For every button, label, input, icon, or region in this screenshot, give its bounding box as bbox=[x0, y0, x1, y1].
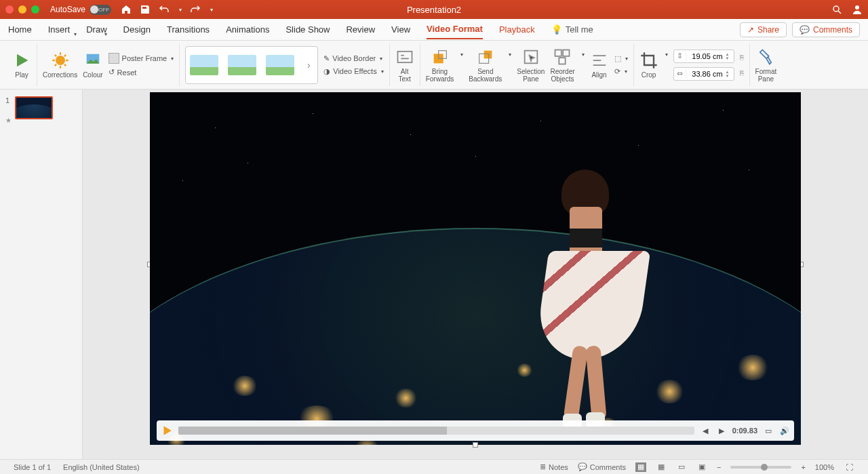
account-icon[interactable] bbox=[852, 4, 863, 15]
style-thumb-1[interactable] bbox=[190, 55, 218, 75]
svg-rect-7 bbox=[484, 50, 492, 58]
zoom-level[interactable]: 100% bbox=[815, 463, 834, 471]
play-button[interactable]: Play bbox=[12, 51, 31, 79]
format-pane-icon bbox=[756, 47, 775, 66]
autosave-toggle[interactable]: AutoSave OFF bbox=[50, 5, 111, 15]
undo-icon[interactable] bbox=[159, 4, 170, 15]
title-bar: AutoSave OFF ▾ ▾ Presentation2 bbox=[0, 0, 868, 19]
toggle-switch[interactable]: OFF bbox=[90, 5, 111, 15]
fit-to-window-icon[interactable]: ⛶ bbox=[844, 462, 854, 472]
volume-icon[interactable]: 🔊 bbox=[779, 425, 790, 436]
comment-icon: 💬 bbox=[800, 25, 810, 35]
rotate-button[interactable]: ⟳▾ bbox=[614, 67, 628, 76]
play-icon bbox=[12, 51, 31, 70]
gallery-more-icon[interactable]: › bbox=[304, 60, 313, 71]
tab-design[interactable]: Design bbox=[123, 20, 151, 39]
share-icon: ↗ bbox=[747, 25, 754, 35]
reset-button[interactable]: ↺ Reset bbox=[108, 68, 174, 77]
slideshow-view-icon[interactable]: ▣ bbox=[696, 462, 707, 472]
tab-home[interactable]: Home bbox=[8, 20, 32, 39]
zoom-slider[interactable] bbox=[730, 466, 791, 469]
height-field[interactable] bbox=[686, 52, 726, 60]
corrections-button[interactable]: Corrections ▾ bbox=[43, 51, 77, 79]
tab-animations[interactable]: Animations bbox=[226, 20, 269, 39]
zoom-out-icon[interactable]: − bbox=[717, 463, 721, 471]
tab-video-format[interactable]: Video Format bbox=[427, 20, 483, 39]
chevron-down-icon[interactable]: ▾ bbox=[582, 52, 585, 58]
video-progress-bar[interactable] bbox=[178, 427, 694, 435]
lock-aspect-icon[interactable]: ⎘ bbox=[740, 54, 744, 61]
home-icon[interactable] bbox=[121, 4, 132, 15]
resize-handle-bottom[interactable] bbox=[473, 442, 478, 448]
video-effects-button[interactable]: ◑ Video Effects ▾ bbox=[323, 67, 383, 76]
reorder-objects-button[interactable]: Reorder Objects bbox=[550, 47, 574, 83]
selection-pane-button[interactable]: Selection Pane bbox=[517, 47, 545, 83]
video-styles-gallery[interactable]: › bbox=[185, 46, 318, 84]
style-thumb-3[interactable] bbox=[266, 55, 294, 75]
tab-slide-show[interactable]: Slide Show bbox=[285, 20, 330, 39]
zoom-in-icon[interactable]: + bbox=[801, 463, 805, 471]
slide-panel[interactable]: 1 ★ bbox=[0, 90, 83, 459]
chevron-down-icon[interactable]: ▾ bbox=[460, 52, 463, 58]
tab-insert[interactable]: Insert bbox=[48, 20, 71, 39]
colour-button[interactable]: Colour ▾ bbox=[83, 51, 102, 79]
crop-button[interactable]: Crop bbox=[639, 51, 658, 79]
search-icon[interactable] bbox=[831, 4, 842, 15]
skip-back-icon[interactable]: ◀ bbox=[700, 425, 711, 436]
selected-video-object[interactable]: ◀ ▶ 0:09.83 ▭ 🔊 bbox=[150, 92, 801, 445]
video-border-button[interactable]: ✎ Video Border ▾ bbox=[323, 54, 383, 63]
bring-forwards-icon bbox=[431, 47, 450, 66]
width-field[interactable] bbox=[686, 70, 726, 78]
corrections-icon bbox=[51, 51, 70, 70]
reading-view-icon[interactable]: ▭ bbox=[676, 462, 687, 472]
spinner-down-icon[interactable]: ▼ bbox=[726, 56, 734, 60]
bring-forwards-button[interactable]: Bring Forwards bbox=[426, 47, 454, 83]
lock-aspect-icon[interactable]: ⎘ bbox=[740, 69, 744, 77]
group-button[interactable]: ⬚▾ bbox=[614, 54, 628, 63]
slide-canvas-area[interactable]: ◀ ▶ 0:09.83 ▭ 🔊 bbox=[83, 90, 868, 459]
chevron-down-icon: ▾ bbox=[380, 56, 382, 62]
svg-point-0 bbox=[833, 6, 839, 12]
slide-thumbnail-1[interactable] bbox=[15, 96, 53, 119]
language-indicator[interactable]: English (United States) bbox=[63, 463, 140, 471]
tab-view[interactable]: View bbox=[391, 20, 410, 39]
share-button[interactable]: ↗ Share bbox=[740, 22, 787, 37]
comments-button[interactable]: 💬 Comments bbox=[792, 22, 860, 37]
tab-review[interactable]: Review bbox=[346, 20, 375, 39]
rotate-icon: ⟳ bbox=[614, 67, 620, 76]
align-button[interactable]: Align bbox=[590, 51, 609, 79]
redo-icon[interactable] bbox=[190, 4, 201, 15]
tab-playback[interactable]: Playback bbox=[499, 20, 535, 39]
maximize-window-icon[interactable] bbox=[31, 5, 39, 14]
chevron-down-icon[interactable]: ▾ bbox=[665, 52, 668, 58]
comments-status-button[interactable]: 💬Comments bbox=[578, 462, 626, 471]
chevron-down-icon: ▾ bbox=[104, 32, 107, 38]
close-window-icon[interactable] bbox=[5, 5, 14, 14]
notes-button[interactable]: ≣Notes bbox=[540, 462, 568, 471]
sorter-view-icon[interactable]: ▦ bbox=[656, 462, 667, 472]
window-controls bbox=[5, 5, 39, 14]
subtitle-icon[interactable]: ▭ bbox=[763, 425, 774, 436]
chevron-down-icon[interactable]: ▾ bbox=[509, 52, 511, 58]
animation-indicator-icon: ★ bbox=[5, 117, 12, 124]
height-input[interactable]: ⇕ ▲▼ bbox=[673, 50, 734, 63]
poster-frame-button[interactable]: Poster Frame ▾ bbox=[108, 53, 174, 64]
video-play-button[interactable] bbox=[161, 424, 173, 437]
person-graphic bbox=[528, 170, 650, 434]
undo-dropdown-icon[interactable]: ▾ bbox=[179, 7, 182, 13]
tab-transitions[interactable]: Transitions bbox=[167, 20, 210, 39]
effects-icon: ◑ bbox=[323, 67, 330, 76]
customize-qat-icon[interactable]: ▾ bbox=[210, 7, 213, 13]
save-icon[interactable] bbox=[140, 4, 151, 15]
format-pane-button[interactable]: Format Pane bbox=[755, 47, 777, 83]
alt-text-button[interactable]: Alt Text bbox=[395, 47, 414, 83]
skip-forward-icon[interactable]: ▶ bbox=[716, 425, 727, 436]
style-thumb-2[interactable] bbox=[228, 55, 256, 75]
tell-me-search[interactable]: 💡 Tell me bbox=[551, 24, 593, 35]
spinner-down-icon[interactable]: ▼ bbox=[726, 74, 734, 78]
width-input[interactable]: ⇔ ▲▼ bbox=[673, 67, 734, 81]
send-backwards-button[interactable]: Send Backwards bbox=[469, 47, 502, 83]
minimize-window-icon[interactable] bbox=[18, 5, 26, 14]
chevron-down-icon: ▾ bbox=[381, 68, 384, 75]
normal-view-icon[interactable]: ▦ bbox=[635, 462, 646, 472]
